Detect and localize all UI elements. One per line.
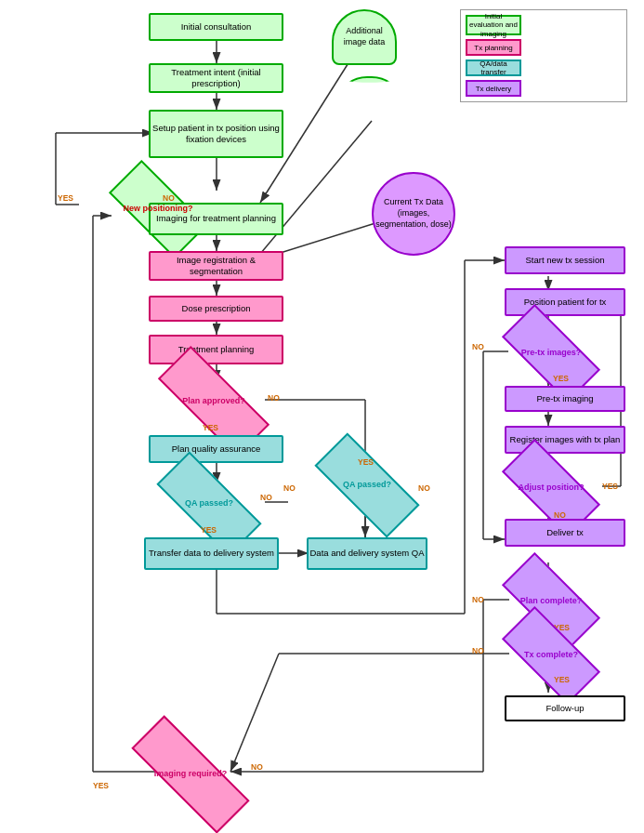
data-delivery-qa-label: Data and delivery system QA <box>309 548 424 559</box>
plan-approved-label: Plan approved? <box>182 396 245 407</box>
pretx-yes-label: YES <box>553 374 569 383</box>
image-registration-label: Image registration & segmentation <box>151 255 282 278</box>
prior-tx-label: Prior Tx Data (images, segmentation, dos… <box>336 94 402 138</box>
pretx-no-label: NO <box>472 342 484 351</box>
legend-item-2: QA/data transfer <box>466 60 622 76</box>
legend-item-0: Initial evaluation and imaging <box>466 15 622 35</box>
deliver-tx-node: Deliver tx <box>505 519 625 547</box>
followup-node: Follow-up <box>505 695 625 721</box>
imaging-req-yes-label: YES <box>93 781 109 790</box>
tx-complete-no-label: NO <box>472 646 484 655</box>
legend-label-3: Tx delivery <box>476 85 512 93</box>
legend-item-3: Tx delivery <box>466 80 622 97</box>
qa-passed-1-label: QA passed? <box>185 498 233 509</box>
start-tx-label: Start new tx session <box>525 255 604 266</box>
dose-prescription-node: Dose prescription <box>149 296 283 322</box>
new-positioning-no-label: NO <box>163 193 175 203</box>
pre-tx-imaging-label: Pre-tx imaging <box>536 393 593 404</box>
plan-approved-no-label: NO <box>268 393 280 403</box>
flowchart: Initial consultation Treatment intent (i… <box>0 0 644 833</box>
plan-complete-diamond: Plan complete? <box>505 578 598 625</box>
pre-tx-imaging-node: Pre-tx imaging <box>505 386 625 412</box>
treatment-intent-node: Treatment intent (initial prescription) <box>149 63 283 93</box>
imaging-treatment-label: Imaging for treatment planning <box>156 213 276 224</box>
tx-complete-yes-label: YES <box>554 675 570 684</box>
qa-passed-2-diamond: QA passed? <box>316 462 418 509</box>
tx-complete-diamond: Tx complete? <box>505 632 598 679</box>
additional-image-label: Additional image data <box>334 26 395 47</box>
current-tx-data: Current Tx Data (images, segmentation, d… <box>372 172 455 256</box>
register-images-label: Register images with tx plan <box>510 434 621 445</box>
adjust-yes-label: YES <box>602 482 618 491</box>
transfer-data-node: Transfer data to delivery system <box>144 537 279 570</box>
deliver-tx-label: Deliver tx <box>546 527 584 538</box>
pre-tx-images-label: Pre-tx images? <box>521 348 582 359</box>
imaging-required-diamond: Imaging required? <box>130 751 251 798</box>
imaging-req-no-label: NO <box>251 762 263 772</box>
legend-label-0: Initial evaluation and imaging <box>467 12 519 39</box>
qa2-no-label1: NO <box>283 483 296 493</box>
treatment-planning-node: Treatment planning <box>149 335 283 364</box>
transfer-data-label: Transfer data to delivery system <box>149 548 274 559</box>
prior-tx-data: Prior Tx Data (images, segmentation, dos… <box>335 76 404 155</box>
legend-item-1: Tx planning <box>466 39 622 56</box>
qa2-yes-label: YES <box>358 457 374 467</box>
data-delivery-qa-node: Data and delivery system QA <box>307 537 427 570</box>
qa-passed-2-label: QA passed? <box>343 480 391 491</box>
imaging-required-label: Imaging required? <box>154 769 228 780</box>
qa-passed-1-diamond: QA passed? <box>158 481 260 527</box>
plan-complete-label: Plan complete? <box>520 596 583 607</box>
qa2-no-label2: NO <box>418 483 430 493</box>
adjust-position-label: Adjust position? <box>519 483 585 494</box>
new-positioning-label: New positioning? <box>124 204 193 215</box>
plan-quality-label: Plan quality assurance <box>172 443 261 455</box>
pre-tx-images-diamond: Pre-tx images? <box>505 330 598 377</box>
legend-label-1: Tx planning <box>474 44 512 52</box>
plan-approved-yes-label: YES <box>203 423 218 432</box>
legend-panel: Initial evaluation and imaging Tx planni… <box>460 9 627 102</box>
qa1-yes-label: YES <box>201 525 217 535</box>
treatment-intent-label: Treatment intent (initial prescription) <box>151 67 282 90</box>
tx-complete-label: Tx complete? <box>524 650 578 661</box>
legend-label-2: QA/data transfer <box>467 60 519 76</box>
initial-consultation-node: Initial consultation <box>149 13 283 41</box>
followup-label: Follow-up <box>545 703 584 714</box>
adjust-position-diamond: Adjust position? <box>505 465 598 511</box>
image-registration-node: Image registration & segmentation <box>149 251 283 281</box>
initial-consultation-label: Initial consultation <box>181 21 252 33</box>
current-tx-label: Current Tx Data (images, segmentation, d… <box>374 197 453 230</box>
position-patient-node: Position patient for tx <box>505 288 625 316</box>
plan-quality-node: Plan quality assurance <box>149 435 283 463</box>
plan-complete-no-label: NO <box>472 595 484 604</box>
setup-patient-node: Setup patient in tx position using fixat… <box>149 110 283 158</box>
dose-prescription-label: Dose prescription <box>182 303 251 314</box>
setup-patient-label: Setup patient in tx position using fixat… <box>151 123 282 146</box>
additional-image-data: Additional image data <box>332 9 397 65</box>
start-tx-node: Start new tx session <box>505 246 625 274</box>
qa1-no-label: NO <box>260 493 272 502</box>
new-positioning-yes-label: YES <box>58 193 73 203</box>
plan-approved-diamond: Plan approved? <box>158 378 269 425</box>
